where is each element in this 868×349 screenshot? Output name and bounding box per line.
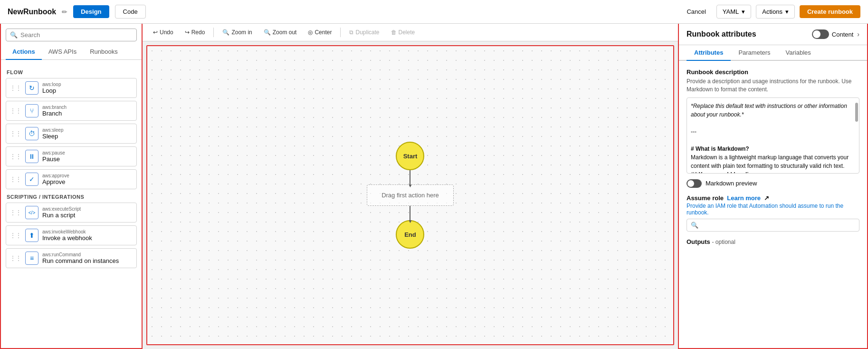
undo-icon: ↩	[153, 29, 158, 36]
sidebar-tab-actions[interactable]: Actions	[6, 44, 42, 60]
right-panel: Runbook attributes Content › Attributes …	[678, 24, 868, 349]
search-input-wrap[interactable]: 🔍	[6, 29, 137, 41]
actions-chevron-icon: ▾	[785, 8, 789, 15]
app-title: NewRunbook	[8, 8, 56, 16]
code-tab-button[interactable]: Code	[115, 5, 146, 19]
list-item[interactable]: ⋮⋮ ≡ aws:runCommand Run command on insta…	[6, 248, 137, 268]
zoom-in-icon: 🔍	[222, 29, 229, 36]
duplicate-label: Duplicate	[355, 29, 379, 36]
toolbar-separator-2	[340, 28, 341, 37]
search-input[interactable]	[20, 31, 133, 39]
center-button[interactable]: ◎ Center	[303, 27, 336, 38]
zoom-out-button[interactable]: 🔍 Zoom out	[259, 27, 302, 38]
assume-role-link[interactable]: Learn more	[727, 194, 761, 202]
zoom-out-label: Zoom out	[273, 29, 297, 36]
right-panel-header-controls: Content ›	[812, 29, 859, 39]
invoke-webhook-name: Invoke a webhook	[42, 234, 92, 242]
loop-name: Loop	[42, 87, 61, 94]
drag-handle-icon: ⋮⋮	[10, 232, 21, 239]
run-command-type: aws:runCommand	[42, 252, 119, 257]
scrollbar-thumb	[855, 103, 858, 122]
list-item[interactable]: ⋮⋮ ⬆ aws:invokeWebhook Invoke a webhook	[6, 225, 137, 245]
drag-handle-icon: ⋮⋮	[10, 130, 21, 137]
redo-label: Redo	[191, 29, 205, 36]
redo-button[interactable]: ↪ Redo	[180, 27, 210, 38]
list-item[interactable]: ⋮⋮ </> aws:executeScript Run a script	[6, 203, 137, 223]
sleep-type: aws:sleep	[42, 127, 63, 133]
center-label: Center	[315, 29, 332, 36]
description-textarea[interactable]: *Replace this default text with instruct…	[687, 98, 859, 173]
content-toggle[interactable]	[812, 29, 829, 39]
assume-role-desc: Provide an IAM role that Automation shou…	[687, 203, 859, 216]
right-panel-header: Runbook attributes Content ›	[679, 24, 867, 45]
actions-header-button[interactable]: Actions ▾	[756, 5, 795, 19]
execute-script-type: aws:executeScript	[42, 206, 81, 212]
undo-button[interactable]: ↩ Undo	[148, 27, 178, 38]
sidebar-tab-aws-apis[interactable]: AWS APIs	[42, 44, 83, 60]
delete-button[interactable]: 🗑 Delete	[386, 27, 420, 38]
end-node: End	[396, 220, 424, 249]
list-item[interactable]: ⋮⋮ ↻ aws:loop Loop	[6, 78, 137, 98]
header-left: NewRunbook ✏ Design Code	[8, 5, 146, 19]
right-panel-chevron-icon[interactable]: ›	[857, 30, 859, 38]
invoke-webhook-info: aws:invokeWebhook Invoke a webhook	[42, 229, 92, 242]
branch-info: aws:branch Branch	[42, 105, 67, 117]
list-item[interactable]: ⋮⋮ ✓ aws:approve Approve	[6, 169, 137, 189]
description-label: Runbook description	[687, 68, 859, 76]
main-layout: 🔍 Actions AWS APIs Runbooks FLOW ⋮⋮ ↻ aw…	[0, 24, 868, 349]
sidebar: 🔍 Actions AWS APIs Runbooks FLOW ⋮⋮ ↻ aw…	[0, 24, 143, 349]
list-item[interactable]: ⋮⋮ ⏱ aws:sleep Sleep	[6, 124, 137, 144]
start-node: Start	[396, 142, 424, 170]
role-search-icon: 🔍	[691, 222, 698, 229]
assume-role-input[interactable]	[698, 222, 855, 229]
tab-attributes[interactable]: Attributes	[687, 45, 731, 61]
duplicate-button[interactable]: ⧉ Duplicate	[344, 27, 384, 38]
sleep-info: aws:sleep Sleep	[42, 127, 63, 140]
right-panel-body: Runbook description Provide a descriptio…	[679, 61, 867, 348]
drag-handle-icon: ⋮⋮	[10, 153, 21, 160]
list-item[interactable]: ⋮⋮ ⑂ aws:branch Branch	[6, 101, 137, 121]
canvas: Start Drag first action here End	[146, 45, 674, 345]
markdown-preview-row: Markdown preview	[687, 179, 859, 188]
assume-role-input-wrap[interactable]: 🔍	[687, 219, 859, 232]
cancel-button[interactable]: Cancel	[681, 5, 711, 18]
design-tab-button[interactable]: Design	[73, 5, 109, 18]
execute-script-info: aws:executeScript Run a script	[42, 206, 81, 219]
branch-name: Branch	[42, 110, 67, 117]
approve-info: aws:approve Approve	[42, 173, 69, 185]
delete-icon: 🗑	[391, 29, 397, 36]
tab-parameters[interactable]: Parameters	[731, 45, 778, 61]
drag-handle-icon: ⋮⋮	[10, 255, 21, 262]
canvas-area: ↩ Undo ↪ Redo 🔍 Zoom in 🔍 Zoom out ◎ Cen…	[143, 24, 678, 349]
sleep-icon: ⏱	[25, 127, 38, 140]
drag-handle-icon: ⋮⋮	[10, 176, 21, 183]
markdown-preview-label: Markdown preview	[706, 180, 757, 187]
external-link-icon: ↗	[764, 194, 769, 202]
flow-arrow-1	[410, 170, 410, 184]
actions-header-label: Actions	[762, 8, 782, 15]
create-runbook-button[interactable]: Create runbook	[800, 5, 860, 18]
pause-info: aws:pause Pause	[42, 150, 65, 163]
tab-variables[interactable]: Variables	[778, 45, 819, 61]
markdown-preview-toggle[interactable]	[687, 179, 702, 188]
toolbar-separator-1	[213, 28, 214, 37]
header-right: Cancel YAML ▾ Actions ▾ Create runbook	[681, 5, 860, 19]
right-panel-tabs: Attributes Parameters Variables	[679, 45, 867, 61]
duplicate-icon: ⧉	[349, 29, 353, 36]
sleep-name: Sleep	[42, 133, 63, 140]
redo-icon: ↪	[185, 29, 190, 36]
edit-icon[interactable]: ✏	[62, 8, 67, 16]
description-textarea-wrap: *Replace this default text with instruct…	[687, 97, 859, 174]
sidebar-tab-runbooks[interactable]: Runbooks	[83, 44, 124, 60]
zoom-in-label: Zoom in	[231, 29, 252, 36]
toggle-knob	[813, 30, 820, 38]
outputs-label: Outputs - optional	[687, 238, 859, 245]
markdown-toggle-knob	[687, 180, 694, 187]
yaml-chevron-icon: ▾	[742, 8, 745, 15]
zoom-in-button[interactable]: 🔍 Zoom in	[218, 27, 257, 38]
yaml-button[interactable]: YAML ▾	[716, 5, 751, 19]
delete-label: Delete	[399, 29, 415, 36]
header: NewRunbook ✏ Design Code Cancel YAML ▾ A…	[0, 0, 868, 24]
loop-type: aws:loop	[42, 82, 61, 87]
list-item[interactable]: ⋮⋮ ⏸ aws:pause Pause	[6, 146, 137, 166]
